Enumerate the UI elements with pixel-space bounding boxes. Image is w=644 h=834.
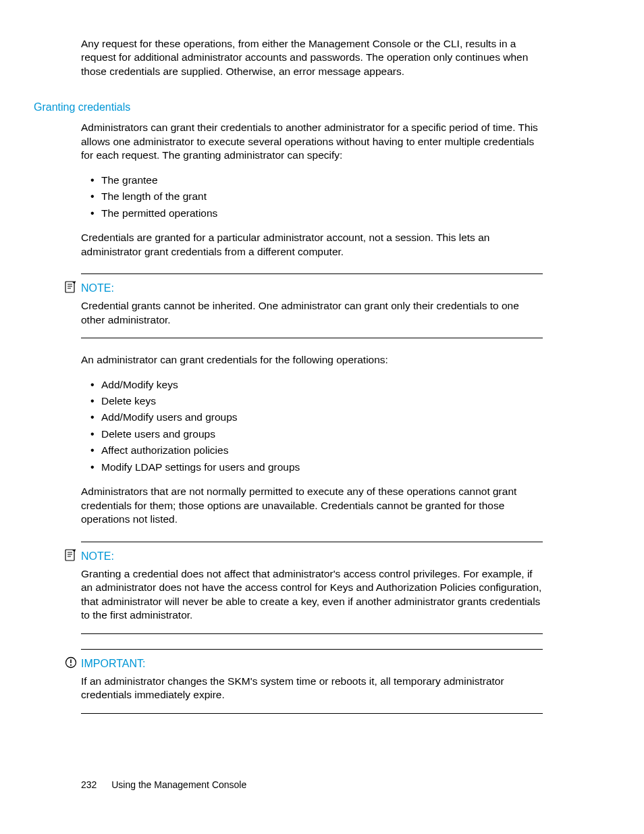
section-para-2: Credentials are granted for a particular…: [81, 231, 543, 259]
list-item: Delete users and groups: [101, 426, 543, 442]
page-number: 232: [81, 779, 97, 790]
note-body: Granting a credential does not affect th…: [81, 567, 543, 623]
operations-para-2: Administrators that are not normally per…: [81, 485, 543, 526]
footer-title: Using the Management Console: [111, 779, 246, 790]
spec-list: The grantee The length of the grant The …: [81, 172, 543, 221]
list-item: Affect authorization policies: [101, 442, 543, 459]
list-item: Modify LDAP settings for users and group…: [101, 459, 543, 475]
intro-paragraph: Any request for these operations, from e…: [81, 37, 543, 78]
operations-list: Add/Modify keys Delete keys Add/Modify u…: [81, 377, 543, 476]
operations-intro: An administrator can grant credentials f…: [81, 353, 543, 367]
note-callout: NOTE: Credential grants cannot be inheri…: [81, 273, 543, 338]
note-label: NOTE:: [81, 281, 114, 295]
note-callout: NOTE: Granting a credential does not aff…: [81, 542, 543, 634]
note-icon: [65, 549, 77, 561]
important-icon: [65, 656, 77, 669]
list-item: The length of the grant: [101, 188, 543, 205]
important-callout: IMPORTANT: If an administrator changes t…: [81, 649, 543, 714]
list-item: The grantee: [101, 172, 543, 188]
section-para-1: Administrators can grant their credentia…: [81, 121, 543, 162]
svg-rect-4: [65, 550, 74, 561]
note-icon: [65, 281, 77, 293]
list-item: Add/Modify users and groups: [101, 409, 543, 425]
page-footer: 232 Using the Management Console: [81, 779, 246, 791]
section-heading-granting-credentials: Granting credentials: [34, 100, 543, 114]
list-item: Add/Modify keys: [101, 377, 543, 393]
note-label: NOTE:: [81, 549, 114, 563]
list-item: The permitted operations: [101, 205, 543, 221]
important-body: If an administrator changes the SKM's sy…: [81, 675, 543, 702]
svg-point-10: [70, 664, 72, 665]
page: Any request for these operations, from e…: [0, 0, 644, 834]
important-label: IMPORTANT:: [81, 656, 145, 671]
note-body: Credential grants cannot be inherited. O…: [81, 299, 543, 327]
svg-rect-0: [65, 282, 74, 292]
list-item: Delete keys: [101, 393, 543, 409]
